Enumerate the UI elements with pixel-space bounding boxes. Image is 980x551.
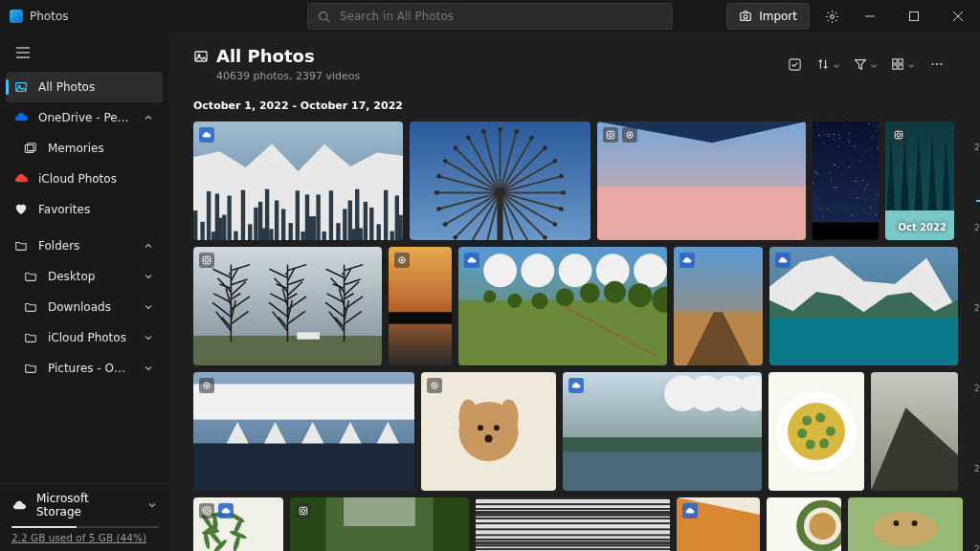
import-label: Import xyxy=(759,10,797,23)
minimize-button[interactable] xyxy=(848,0,892,33)
photo-thumbnail[interactable] xyxy=(193,247,382,365)
view-size-button[interactable] xyxy=(887,52,919,77)
photo-thumbnail[interactable] xyxy=(767,497,841,551)
photo-image xyxy=(193,121,403,240)
filter-button[interactable] xyxy=(850,52,881,77)
photo-image xyxy=(410,121,590,240)
timeline-year[interactable]: 2023 xyxy=(974,143,980,152)
cloud-badge-icon xyxy=(775,253,791,268)
raw-badge-icon xyxy=(891,127,906,143)
chevron-down-icon xyxy=(870,55,878,74)
svg-rect-18 xyxy=(789,58,799,69)
photo-thumbnail[interactable] xyxy=(193,121,403,240)
photo-thumbnail[interactable]: Oct 2022 xyxy=(885,121,954,240)
thumbnail-badges xyxy=(199,253,214,268)
settings-button[interactable] xyxy=(815,0,848,33)
search-input[interactable] xyxy=(338,9,662,24)
photo-thumbnail[interactable] xyxy=(848,497,963,551)
photo-image xyxy=(290,497,469,551)
photo-thumbnail[interactable] xyxy=(193,497,283,551)
photo-thumbnail[interactable] xyxy=(290,497,469,551)
photo-thumbnail[interactable] xyxy=(677,497,760,551)
sidebar-item-onedrive[interactable]: OneDrive - Personal xyxy=(6,102,163,133)
photo-thumbnail[interactable] xyxy=(458,247,667,365)
photo-thumbnail[interactable] xyxy=(476,497,670,551)
svg-rect-40 xyxy=(203,507,211,515)
sidebar-folder-pictures[interactable]: Pictures - OneDrive Personal xyxy=(15,353,163,384)
raw-badge-icon xyxy=(296,503,311,518)
svg-rect-30 xyxy=(895,131,902,139)
svg-point-39 xyxy=(434,385,435,386)
svg-point-35 xyxy=(401,259,403,261)
sidebar-item-icloud[interactable]: iCloud Photos xyxy=(6,164,163,194)
svg-point-4 xyxy=(830,14,834,18)
sidebar-item-label: iCloud Photos xyxy=(38,172,155,186)
sidebar: All Photos OneDrive - Personal Memories … xyxy=(0,33,168,551)
thumbnail-badges xyxy=(427,378,442,393)
sidebar-folder-downloads[interactable]: Downloads xyxy=(15,292,163,322)
sort-icon xyxy=(816,57,830,71)
timeline-year[interactable]: 2018 xyxy=(974,544,980,551)
import-button[interactable]: Import xyxy=(726,3,810,30)
gear-icon xyxy=(825,10,839,24)
minimize-icon xyxy=(865,11,875,21)
folder-icon xyxy=(23,330,38,345)
photo-thumbnail[interactable] xyxy=(597,121,806,240)
svg-rect-21 xyxy=(893,65,897,69)
maximize-button[interactable] xyxy=(892,0,936,33)
chevron-up-icon xyxy=(142,111,155,124)
sidebar-item-all-photos[interactable]: All Photos xyxy=(6,72,163,102)
timeline-year[interactable]: 2019 xyxy=(974,464,980,474)
photo-thumbnail[interactable] xyxy=(421,372,556,491)
storage-usage[interactable]: 2.2 GB used of 5 GB (44%) xyxy=(11,532,159,543)
photo-image xyxy=(193,372,414,491)
photo-thumbnail[interactable] xyxy=(769,247,958,365)
memories-icon xyxy=(23,141,38,156)
sidebar-item-favorites[interactable]: Favorites xyxy=(6,194,163,225)
date-range-header: October 1, 2022 - October 17, 2022 xyxy=(193,99,963,112)
cloud-badge-icon xyxy=(199,127,214,143)
heart-icon xyxy=(13,202,29,217)
search-box[interactable] xyxy=(307,3,673,30)
photo-image xyxy=(193,247,382,365)
thumbnail-badges xyxy=(464,253,479,268)
photo-thumbnail[interactable] xyxy=(563,372,762,491)
svg-point-23 xyxy=(932,63,934,65)
cloud-badge-icon xyxy=(568,378,584,393)
sidebar-item-memories[interactable]: Memories xyxy=(15,133,163,164)
more-button[interactable] xyxy=(924,52,949,77)
more-icon xyxy=(930,57,944,71)
svg-rect-19 xyxy=(893,59,897,63)
folder-icon xyxy=(23,299,38,315)
timeline-year[interactable]: 2022 xyxy=(974,223,980,232)
title-bar: Photos Import xyxy=(0,0,980,33)
timeline-year[interactable]: 2021 xyxy=(974,303,980,313)
sidebar-header-folders[interactable]: Folders xyxy=(6,231,163,261)
photo-thumbnail[interactable] xyxy=(389,247,452,365)
photo-image xyxy=(563,372,762,491)
svg-line-8 xyxy=(953,11,963,21)
timeline-year[interactable]: 2020 xyxy=(974,384,980,393)
photo-thumbnail[interactable] xyxy=(768,372,864,491)
photo-thumbnail[interactable] xyxy=(193,372,414,491)
photo-image xyxy=(871,372,958,491)
svg-point-3 xyxy=(744,15,747,19)
sidebar-item-label: Pictures - OneDrive Personal xyxy=(48,362,132,375)
timeline-scrubber[interactable]: 202320222021202020192018▾ xyxy=(972,33,980,551)
photo-thumbnail[interactable] xyxy=(813,121,879,240)
svg-rect-14 xyxy=(25,145,33,153)
storage-section[interactable]: Microsoft Storage 2.2 GB used of 5 GB (4… xyxy=(0,483,168,551)
photo-thumbnail[interactable] xyxy=(410,121,590,240)
sidebar-folder-desktop[interactable]: Desktop xyxy=(15,261,163,292)
photo-thumbnail[interactable] xyxy=(674,247,763,365)
select-mode-button[interactable] xyxy=(782,52,807,77)
hamburger-button[interactable] xyxy=(11,41,34,64)
sort-button[interactable] xyxy=(813,52,844,77)
chevron-down-icon xyxy=(142,270,155,283)
sidebar-folder-icloud[interactable]: iCloud Photos xyxy=(15,322,163,353)
motion-badge-icon xyxy=(199,378,214,393)
raw-badge-icon xyxy=(199,253,214,268)
photo-thumbnail[interactable] xyxy=(871,372,958,491)
close-button[interactable] xyxy=(936,0,980,33)
photo-image xyxy=(768,372,864,491)
